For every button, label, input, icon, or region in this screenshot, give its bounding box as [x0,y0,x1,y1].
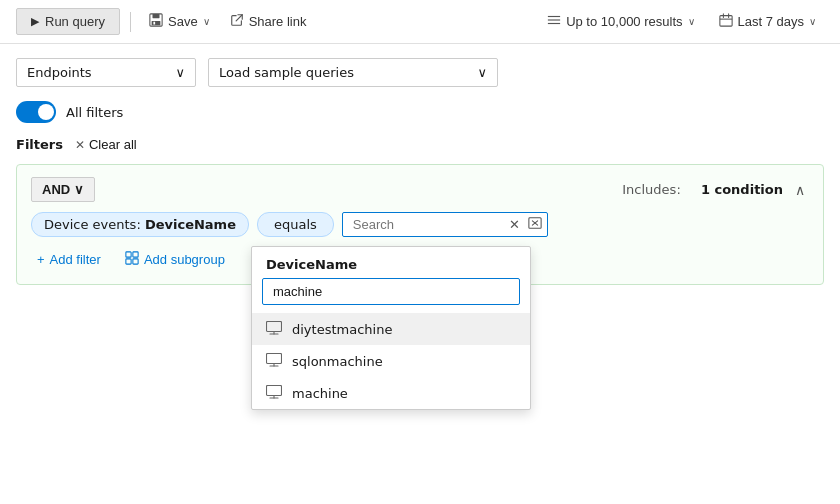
and-label: AND [42,182,70,197]
results-icon [547,13,561,30]
toolbar-separator [130,12,131,32]
source-dropdown[interactable]: Endpoints ∨ [16,58,196,87]
includes-label: Includes: 1 condition ∧ [622,180,809,200]
calendar-icon [719,13,733,30]
search-field-wrap: ✕ [342,212,548,237]
toggle-thumb [38,104,54,120]
search-delete-button[interactable] [526,214,544,235]
filter-group: AND ∨ Includes: 1 condition ∧ Device eve… [16,164,824,285]
search-clear-button[interactable]: ✕ [507,215,522,234]
clear-all-x-icon: ✕ [75,138,85,152]
list-item[interactable]: diytestmachine [252,313,530,345]
and-chevron-icon: ∨ [74,182,84,197]
filters-bar: Filters ✕ Clear all [16,135,824,154]
subgroup-icon [125,251,139,268]
computer-icon [266,353,282,369]
time-range-button[interactable]: Last 7 days ∨ [711,9,825,34]
share-link-label: Share link [249,14,307,29]
add-subgroup-button[interactable]: Add subgroup [119,247,231,272]
computer-icon [266,321,282,337]
popup-title: DeviceName [252,247,530,278]
clear-all-button[interactable]: ✕ Clear all [71,135,141,154]
play-icon: ▶ [31,15,39,28]
equals-label: equals [274,217,317,232]
add-subgroup-label: Add subgroup [144,252,225,267]
svg-rect-2 [152,21,161,25]
share-icon [230,13,244,30]
list-item-name: diytestmachine [292,322,392,337]
toggle-row: All filters [16,101,824,123]
filters-label: Filters [16,137,63,152]
svg-rect-20 [267,386,282,396]
condition-row: Device events: DeviceName equals ✕ [31,212,809,237]
search-clear-icon: ✕ [509,217,520,232]
svg-rect-3 [153,22,155,25]
device-name-popup: DeviceName diytestmachine [251,246,531,410]
svg-rect-24 [133,252,138,257]
svg-rect-25 [126,259,131,264]
includes-prefix: Includes: [622,182,680,197]
save-icon [149,13,163,30]
search-delete-icon [528,216,542,233]
equals-chip: equals [257,212,334,237]
popup-search-input[interactable] [262,278,520,305]
dropdowns-row: Endpoints ∨ Load sample queries ∨ [16,58,824,87]
svg-rect-23 [126,252,131,257]
save-button[interactable]: Save ∨ [141,8,218,35]
results-chevron-icon: ∨ [688,16,695,27]
toolbar: ▶ Run query Save ∨ Share link [0,0,840,44]
save-chevron-icon: ∨ [203,16,210,27]
list-item-name: machine [292,386,348,401]
toolbar-right: Up to 10,000 results ∨ Last 7 days ∨ [539,9,824,34]
time-range-label: Last 7 days [738,14,805,29]
clear-all-label: Clear all [89,137,137,152]
svg-rect-1 [152,14,159,18]
list-item-name: sqlonmachine [292,354,383,369]
device-chip-field: DeviceName [145,217,236,232]
list-item[interactable]: sqlonmachine [252,345,530,377]
main-content: Endpoints ∨ Load sample queries ∨ All fi… [0,44,840,299]
toggle-track [16,101,56,123]
add-filter-button[interactable]: + Add filter [31,248,107,271]
list-item[interactable]: machine [252,377,530,409]
results-limit-label: Up to 10,000 results [566,14,682,29]
and-operator-button[interactable]: AND ∨ [31,177,95,202]
run-query-button[interactable]: ▶ Run query [16,8,120,35]
popup-list: diytestmachine sqlonmachine [252,313,530,409]
all-filters-label: All filters [66,105,123,120]
svg-rect-17 [267,354,282,364]
sample-queries-label: Load sample queries [219,65,354,80]
source-dropdown-chevron: ∨ [175,65,185,80]
all-filters-toggle[interactable] [16,101,56,123]
time-range-chevron-icon: ∨ [809,16,816,27]
save-label: Save [168,14,198,29]
share-link-button[interactable]: Share link [222,8,315,35]
sample-queries-chevron: ∨ [477,65,487,80]
collapse-icon: ∧ [795,182,805,198]
results-limit-button[interactable]: Up to 10,000 results ∨ [539,9,702,34]
svg-rect-14 [267,322,282,332]
svg-rect-26 [133,259,138,264]
source-dropdown-label: Endpoints [27,65,92,80]
filter-group-header: AND ∨ Includes: 1 condition ∧ [31,177,809,202]
search-field-icons: ✕ [507,214,544,235]
device-chip: Device events: DeviceName [31,212,249,237]
plus-icon: + [37,252,45,267]
sample-queries-dropdown[interactable]: Load sample queries ∨ [208,58,498,87]
collapse-button[interactable]: ∧ [791,180,809,200]
add-filter-label: Add filter [50,252,101,267]
computer-icon [266,385,282,401]
includes-count: 1 condition [701,182,783,197]
svg-rect-7 [719,16,731,27]
run-query-label: Run query [45,14,105,29]
